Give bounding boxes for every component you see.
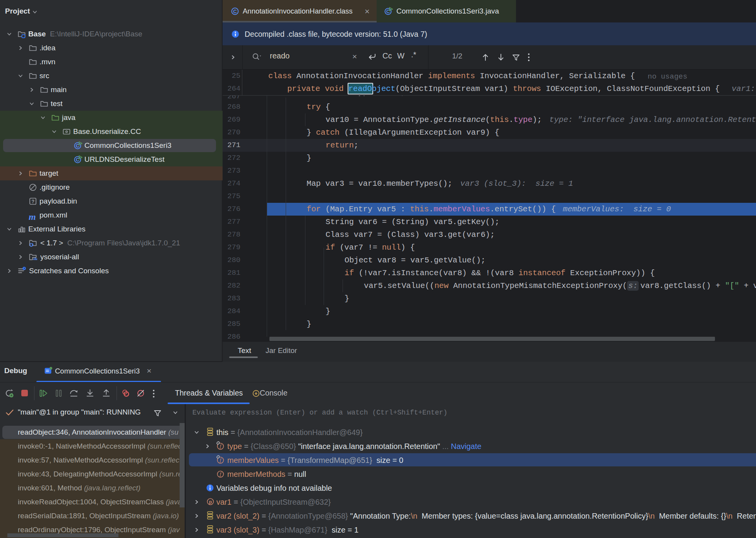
svg-text:f: f (220, 444, 222, 449)
svg-text:p: p (209, 499, 212, 505)
svg-text:?: ? (31, 199, 34, 204)
svg-text:C: C (233, 9, 237, 14)
svg-text:f: f (220, 457, 222, 463)
svg-text:f: f (220, 471, 222, 477)
